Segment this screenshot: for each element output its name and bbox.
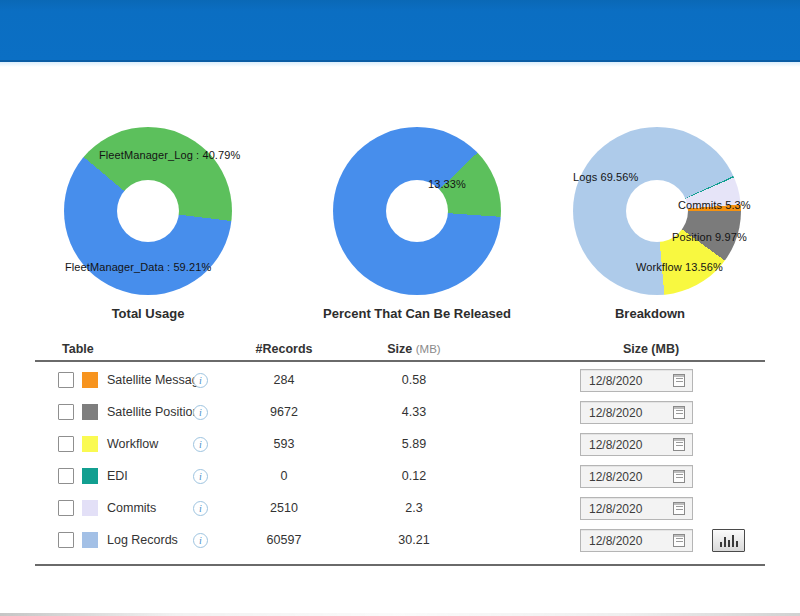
legend-swatch	[82, 468, 98, 484]
table-row: Satellite Position i 9672 4.33 12/8/2020	[35, 401, 765, 425]
size-unit-label: (MB)	[416, 343, 441, 355]
records-value: 0	[234, 465, 334, 488]
info-icon[interactable]: i	[193, 501, 208, 516]
table-name-label: Satellite Message	[107, 369, 206, 392]
row-checkbox[interactable]	[58, 468, 74, 484]
chart-breakdown: Logs 69.56% Commits 5.3% Position 9.97% …	[571, 127, 743, 327]
date-value: 12/8/2020	[589, 374, 642, 388]
calendar-icon[interactable]	[673, 374, 685, 387]
table-name-label: Satellite Position	[107, 401, 199, 424]
bar-chart-button[interactable]	[712, 529, 745, 552]
table-name-label: Log Records	[107, 529, 178, 552]
slice-label-releasable: 13.33%	[428, 178, 466, 190]
top-banner	[0, 0, 800, 62]
row-checkbox[interactable]	[58, 404, 74, 420]
date-value: 12/8/2020	[589, 502, 642, 516]
slice-label-commits: Commits 5.3%	[678, 199, 751, 211]
date-value: 12/8/2020	[589, 534, 642, 548]
table-name-label: Commits	[107, 497, 156, 520]
table-row: Commits i 2510 2.3 12/8/2020	[35, 497, 765, 521]
legend-swatch	[82, 532, 98, 548]
records-value: 284	[234, 369, 334, 392]
column-header-size-date: Size (MB)	[601, 342, 701, 356]
calendar-icon[interactable]	[673, 406, 685, 419]
date-picker[interactable]: 12/8/2020	[580, 401, 693, 424]
date-picker[interactable]: 12/8/2020	[580, 433, 693, 456]
bar-chart-icon	[720, 542, 722, 547]
header-divider	[35, 360, 765, 362]
legend-swatch	[82, 436, 98, 452]
row-checkbox[interactable]	[58, 436, 74, 452]
date-picker[interactable]: 12/8/2020	[580, 465, 693, 488]
size-value: 5.89	[364, 433, 464, 456]
table-bottom-divider	[35, 564, 765, 566]
chart-total-usage: FleetManager_Log : 40.79% FleetManager_D…	[62, 127, 234, 327]
info-icon[interactable]: i	[193, 405, 208, 420]
date-picker[interactable]: 12/8/2020	[580, 529, 693, 552]
legend-swatch	[82, 500, 98, 516]
calendar-icon[interactable]	[673, 470, 685, 483]
size-value: 2.3	[364, 497, 464, 520]
percent-releasable-donut[interactable]	[333, 127, 501, 295]
size-value: 4.33	[364, 401, 464, 424]
slice-label-fleetmanager-data: FleetManager_Data : 59.21%	[65, 261, 211, 273]
slice-label-workflow: Workflow 13.56%	[636, 261, 723, 273]
info-icon[interactable]: i	[193, 533, 208, 548]
row-checkbox[interactable]	[58, 372, 74, 388]
tables-grid: Table #Records Size (MB) Size (MB) Satel…	[35, 340, 765, 572]
table-row: EDI i 0 0.12 12/8/2020	[35, 465, 765, 489]
table-row: Workflow i 593 5.89 12/8/2020	[35, 433, 765, 457]
records-value: 593	[234, 433, 334, 456]
chart-percent-releasable: 13.33% Percent That Can Be Released	[331, 127, 503, 327]
date-value: 12/8/2020	[589, 470, 642, 484]
records-value: 60597	[234, 529, 334, 552]
date-picker[interactable]: 12/8/2020	[580, 497, 693, 520]
chart-title-breakdown: Breakdown	[534, 306, 766, 321]
slice-label-logs: Logs 69.56%	[573, 171, 638, 183]
legend-swatch	[82, 404, 98, 420]
date-picker[interactable]: 12/8/2020	[580, 369, 693, 392]
calendar-icon[interactable]	[673, 502, 685, 515]
chart-title-percent-releasable: Percent That Can Be Released	[287, 306, 547, 321]
chart-title-total-usage: Total Usage	[42, 306, 254, 321]
size-value: 30.21	[364, 529, 464, 552]
column-header-records: #Records	[234, 342, 334, 356]
table-name-label: Workflow	[107, 433, 158, 456]
size-value: 0.58	[364, 369, 464, 392]
records-value: 2510	[234, 497, 334, 520]
column-header-size: Size (MB)	[364, 342, 464, 356]
records-value: 9672	[234, 401, 334, 424]
slice-label-fleetmanager-log: FleetManager_Log : 40.79%	[99, 149, 240, 161]
column-header-table: Table	[62, 342, 94, 356]
row-checkbox[interactable]	[58, 500, 74, 516]
calendar-icon[interactable]	[673, 534, 685, 547]
info-icon[interactable]: i	[193, 373, 208, 388]
size-label: Size	[387, 342, 412, 356]
donut-hole	[117, 180, 179, 242]
info-icon[interactable]: i	[193, 437, 208, 452]
calendar-icon[interactable]	[673, 438, 685, 451]
table-name-label: EDI	[107, 465, 128, 488]
legend-swatch	[82, 372, 98, 388]
size-value: 0.12	[364, 465, 464, 488]
date-value: 12/8/2020	[589, 406, 642, 420]
date-value: 12/8/2020	[589, 438, 642, 452]
table-row: Log Records i 60597 30.21 12/8/2020	[35, 529, 765, 553]
row-checkbox[interactable]	[58, 532, 74, 548]
slice-label-position: Position 9.97%	[672, 231, 747, 243]
table-row: Satellite Message i 284 0.58 12/8/2020	[35, 369, 765, 393]
info-icon[interactable]: i	[193, 469, 208, 484]
